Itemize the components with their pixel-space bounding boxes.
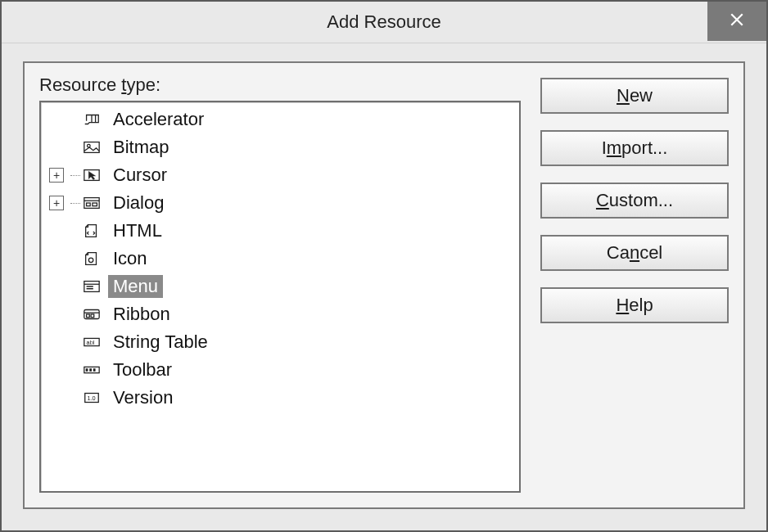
resource-type-tree[interactable]: AcceleratorBitmap+Cursor+DialogHTMLIconM…: [39, 101, 521, 493]
help-button[interactable]: Help: [540, 287, 729, 323]
window-title: Add Resource: [2, 11, 766, 33]
cursor-icon: [82, 166, 102, 184]
close-icon: [730, 11, 744, 32]
svg-rect-14: [86, 368, 88, 372]
tree-item-toolbar[interactable]: Toolbar: [43, 356, 517, 384]
tree-item-cursor[interactable]: +Cursor: [43, 161, 517, 189]
tree-item-dialog[interactable]: +Dialog: [43, 189, 517, 217]
html-icon: [82, 222, 102, 240]
svg-rect-5: [93, 203, 97, 206]
dialog-icon: [82, 194, 102, 212]
button-column: New Import... Custom... Cancel Help: [540, 74, 729, 493]
tree-item-bitmap[interactable]: Bitmap: [43, 133, 517, 161]
import-button[interactable]: Import...: [540, 130, 729, 166]
svg-rect-0: [84, 142, 99, 153]
svg-point-6: [88, 258, 93, 263]
svg-rect-4: [87, 203, 91, 206]
inner-panel: Resource type: AcceleratorBitmap+Cursor+…: [23, 61, 745, 509]
menu-icon: [82, 277, 102, 295]
svg-rect-9: [87, 314, 90, 318]
tree-item-label: String Table: [108, 331, 213, 354]
left-column: Resource type: AcceleratorBitmap+Cursor+…: [39, 74, 521, 493]
bitmap-icon: [82, 138, 102, 156]
custom-button[interactable]: Custom...: [540, 183, 729, 219]
tree-item-string-table[interactable]: ablString Table: [43, 328, 517, 356]
toolbar-icon: [82, 361, 102, 379]
new-button[interactable]: New: [540, 78, 729, 114]
svg-rect-16: [93, 368, 96, 372]
tree-item-label: Version: [108, 386, 178, 409]
svg-point-1: [88, 144, 91, 147]
tree-item-icon[interactable]: Icon: [43, 245, 517, 273]
svg-rect-15: [89, 368, 92, 372]
tree-item-label: Cursor: [108, 164, 172, 187]
tree-item-label: Toolbar: [108, 358, 177, 381]
tree-item-label: HTML: [108, 219, 167, 242]
tree-item-ribbon[interactable]: Ribbon: [43, 300, 517, 328]
string-icon: abl: [82, 333, 102, 351]
close-button[interactable]: [707, 2, 766, 41]
svg-text:1.0: 1.0: [88, 394, 96, 402]
svg-rect-10: [91, 314, 94, 318]
tree-item-html[interactable]: HTML: [43, 217, 517, 245]
tree-item-label: Accelerator: [108, 108, 209, 131]
tree-item-label: Ribbon: [108, 303, 175, 326]
icon-icon: [82, 250, 102, 268]
tree-item-accelerator[interactable]: Accelerator: [43, 106, 517, 133]
version-icon: 1.0: [82, 389, 102, 407]
dialog-window: Add Resource Resource type: AcceleratorB…: [0, 0, 768, 532]
tree-item-label: Menu: [108, 275, 163, 298]
expand-icon[interactable]: +: [49, 196, 64, 210]
tree-item-label: Icon: [108, 247, 152, 270]
tree-item-menu[interactable]: Menu: [43, 273, 517, 300]
tree-item-version[interactable]: 1.0Version: [43, 384, 517, 412]
tree-item-label: Bitmap: [108, 136, 174, 159]
title-bar: Add Resource: [2, 2, 766, 43]
expand-icon[interactable]: +: [49, 168, 64, 183]
cancel-button[interactable]: Cancel: [540, 235, 729, 271]
tree-item-label: Dialog: [108, 192, 169, 214]
accelerator-icon: [82, 110, 102, 128]
ribbon-icon: [82, 305, 102, 323]
dialog-body: Resource type: AcceleratorBitmap+Cursor+…: [2, 43, 766, 530]
svg-text:abl: abl: [87, 339, 95, 346]
resource-type-label: Resource type:: [39, 74, 521, 96]
